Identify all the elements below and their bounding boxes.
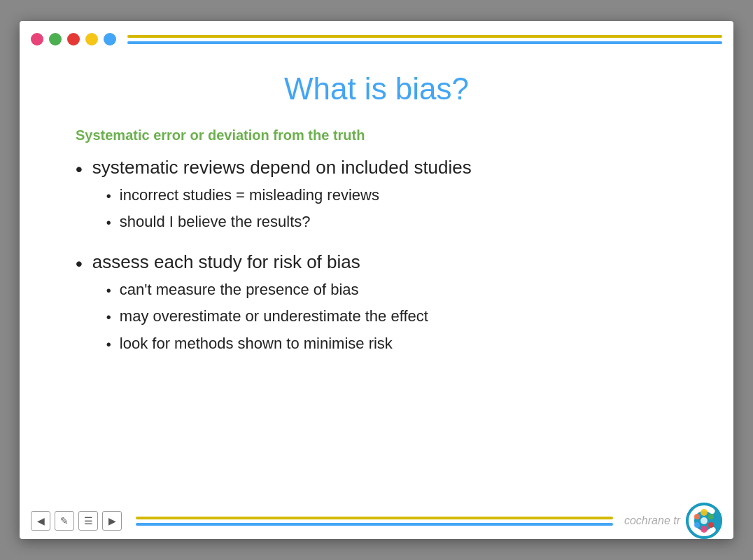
main-bullet-2-wrapper: assess each study for risk of bias can't…	[92, 251, 677, 361]
main-bullet-list: systematic reviews depend on included st…	[76, 156, 677, 361]
nav-controls: ◀ ✎ ☰ ▶	[31, 511, 122, 531]
sub-bullet-2-2-text: may overestimate or underestimate the ef…	[120, 307, 428, 327]
main-bullet-1: systematic reviews depend on included st…	[76, 156, 677, 239]
sub-bullet-2-1: can't measure the presence of bias	[106, 280, 677, 300]
slide-container: What is bias? Systematic error or deviat…	[20, 21, 733, 539]
main-bullet-1-text: systematic reviews depend on included st…	[92, 157, 472, 178]
main-bullet-1-wrapper: systematic reviews depend on included st…	[92, 156, 677, 239]
bottom-line-blue	[136, 523, 613, 526]
dot-red	[67, 33, 80, 46]
section-heading: Systematic error or deviation from the t…	[76, 127, 677, 144]
main-bullet-2: assess each study for risk of bias can't…	[76, 251, 677, 361]
svg-point-5	[694, 522, 700, 528]
slide-content: What is bias? Systematic error or deviat…	[62, 57, 691, 503]
sub-bullet-list-1: incorrect studies = misleading reviews s…	[106, 186, 677, 232]
sub-bullet-1-2-text: should I believe the results?	[120, 212, 311, 232]
dot-yellow	[85, 33, 98, 46]
bottom-line-yellow	[136, 517, 613, 519]
sub-bullet-1-2: should I believe the results?	[106, 212, 677, 232]
svg-point-1	[701, 509, 708, 516]
sub-bullet-2-1-text: can't measure the presence of bias	[120, 280, 359, 300]
dots-container	[31, 33, 116, 46]
dot-green	[49, 33, 62, 46]
top-bar	[20, 21, 733, 57]
sub-bullet-2-3-text: look for methods shown to minimise risk	[120, 334, 393, 354]
sub-bullet-1-1-text: incorrect studies = misleading reviews	[120, 186, 379, 206]
sub-bullet-1-1: incorrect studies = misleading reviews	[106, 186, 677, 206]
sub-bullet-2-2: may overestimate or underestimate the ef…	[106, 307, 677, 327]
cochrane-logo	[686, 503, 722, 539]
sub-bullet-list-2: can't measure the presence of bias may o…	[106, 280, 677, 354]
svg-point-3	[708, 522, 714, 528]
svg-point-2	[708, 514, 714, 519]
svg-point-6	[694, 514, 700, 519]
sub-bullet-2-3: look for methods shown to minimise risk	[106, 334, 677, 354]
top-line-yellow	[127, 35, 722, 38]
cochrane-logo-svg	[686, 503, 722, 539]
nav-forward-button[interactable]: ▶	[102, 511, 122, 531]
svg-point-4	[701, 526, 708, 533]
dot-blue	[104, 33, 116, 46]
bottom-lines	[136, 517, 613, 526]
nav-back-button[interactable]: ◀	[31, 511, 50, 531]
nav-menu-button[interactable]: ☰	[78, 511, 98, 531]
slide-title: What is bias?	[76, 71, 677, 106]
top-lines	[127, 35, 722, 44]
dot-pink	[31, 33, 43, 46]
svg-point-7	[701, 517, 708, 524]
bottom-bar: ◀ ✎ ☰ ▶ cochrane tr	[20, 503, 733, 539]
nav-pen-button[interactable]: ✎	[55, 511, 74, 531]
top-line-blue	[127, 41, 722, 44]
cochrane-text: cochrane tr	[624, 514, 680, 527]
main-bullet-2-text: assess each study for risk of bias	[92, 251, 360, 272]
cochrane-area: cochrane tr	[624, 503, 722, 539]
